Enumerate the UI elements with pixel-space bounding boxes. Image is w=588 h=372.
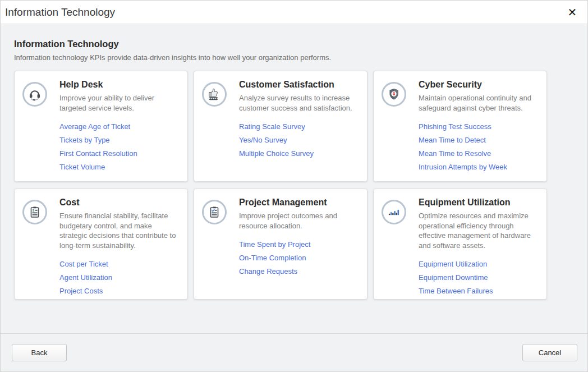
card-title: Equipment Utilization bbox=[419, 198, 539, 208]
kpi-link[interactable]: Project Costs bbox=[59, 287, 180, 295]
card-content: Cost Ensure financial stability, facilit… bbox=[59, 197, 180, 291]
svg-text:★★★★★: ★★★★★ bbox=[208, 97, 218, 100]
dialog-titlebar: Information Technology ✕ bbox=[1, 1, 587, 24]
kpi-link[interactable]: Tickets by Type bbox=[59, 136, 180, 144]
kpi-link-list: Rating Scale Survey Yes/No Survey Multip… bbox=[239, 122, 359, 158]
dialog-body: Information Technology Information techn… bbox=[1, 24, 587, 333]
kpi-link[interactable]: Equipment Downtime bbox=[419, 273, 539, 282]
clipboard-check-icon bbox=[202, 200, 227, 224]
page-subtitle: Information technology KPIs provide data… bbox=[14, 53, 574, 62]
card-content: Customer Satisfaction Analyze survey res… bbox=[239, 79, 359, 173]
dialog-title: Information Technology bbox=[5, 6, 115, 19]
kpi-link[interactable]: On-Time Completion bbox=[239, 254, 359, 262]
kpi-link[interactable]: Time Between Failures bbox=[419, 287, 539, 295]
card-description: Improve your ability to deliver targeted… bbox=[59, 93, 180, 113]
kpi-link[interactable]: Ticket Volume bbox=[59, 163, 180, 171]
card-title: Cyber Security bbox=[419, 80, 539, 90]
kpi-link-list: Time Spent by Project On-Time Completion… bbox=[239, 240, 359, 275]
bar-chart-icon bbox=[382, 200, 406, 224]
headset-icon bbox=[22, 82, 47, 107]
card-help-desk: Help Desk Improve your ability to delive… bbox=[14, 71, 188, 182]
kpi-card-grid: Help Desk Improve your ability to delive… bbox=[14, 71, 574, 300]
card-project-management: Project Management Improve project outco… bbox=[194, 189, 368, 300]
close-icon[interactable]: ✕ bbox=[565, 5, 580, 20]
kpi-link[interactable]: Yes/No Survey bbox=[239, 136, 359, 144]
card-equipment-utilization: Equipment Utilization Optimize resources… bbox=[373, 189, 547, 300]
kpi-link[interactable]: Change Requests bbox=[239, 267, 359, 275]
shield-lock-icon bbox=[382, 82, 406, 107]
kpi-link[interactable]: Phishing Test Success bbox=[419, 122, 539, 131]
card-content: Help Desk Improve your ability to delive… bbox=[59, 79, 180, 173]
card-description: Maintain operational continuity and safe… bbox=[419, 93, 539, 113]
card-content: Cyber Security Maintain operational cont… bbox=[419, 79, 539, 173]
card-description: Optimize resources and maximize operatio… bbox=[419, 211, 539, 250]
kpi-link[interactable]: Multiple Choice Survey bbox=[239, 149, 359, 158]
card-description: Ensure financial stability, facilitate b… bbox=[59, 211, 180, 250]
kpi-link[interactable]: Agent Utilization bbox=[59, 273, 180, 282]
card-title: Help Desk bbox=[59, 80, 180, 90]
card-content: Equipment Utilization Optimize resources… bbox=[419, 197, 539, 291]
kpi-link[interactable]: Cost per Ticket bbox=[59, 260, 180, 268]
cancel-button[interactable]: Cancel bbox=[522, 344, 577, 361]
kpi-link-list: Cost per Ticket Agent Utilization Projec… bbox=[59, 260, 180, 295]
kpi-link[interactable]: Equipment Utilization bbox=[419, 260, 539, 268]
card-content: Project Management Improve project outco… bbox=[239, 197, 359, 291]
thumbs-up-rating-icon: ★★★★★ bbox=[202, 82, 227, 107]
kpi-link[interactable]: Mean Time to Detect bbox=[419, 136, 539, 144]
kpi-link[interactable]: Average Age of Ticket bbox=[59, 122, 180, 131]
kpi-link[interactable]: Intrusion Attempts by Week bbox=[419, 163, 539, 171]
kpi-link-list: Phishing Test Success Mean Time to Detec… bbox=[419, 122, 539, 171]
card-description: Improve project outcomes and resource al… bbox=[239, 211, 359, 231]
kpi-link-list: Equipment Utilization Equipment Downtime… bbox=[419, 260, 539, 295]
card-cyber-security: Cyber Security Maintain operational cont… bbox=[373, 71, 547, 182]
card-title: Customer Satisfaction bbox=[239, 80, 359, 90]
kpi-link-list: Average Age of Ticket Tickets by Type Fi… bbox=[59, 122, 180, 171]
information-technology-dialog: Information Technology ✕ Information Tec… bbox=[0, 0, 588, 372]
dialog-footer: Back Cancel bbox=[1, 333, 587, 371]
page-title: Information Technology bbox=[14, 39, 574, 49]
card-title: Cost bbox=[59, 198, 180, 208]
card-customer-satisfaction: ★★★★★ Customer Satisfaction Analyze surv… bbox=[194, 71, 368, 182]
card-cost: $ Cost Ensure financial stability, facil… bbox=[14, 189, 188, 300]
kpi-link[interactable]: First Contact Resolution bbox=[59, 149, 180, 158]
back-button[interactable]: Back bbox=[12, 344, 67, 361]
card-title: Project Management bbox=[239, 198, 359, 208]
kpi-link[interactable]: Rating Scale Survey bbox=[239, 122, 359, 131]
cost-clipboard-icon: $ bbox=[22, 200, 47, 224]
kpi-link[interactable]: Time Spent by Project bbox=[239, 240, 359, 249]
card-description: Analyze survey results to increase custo… bbox=[239, 93, 359, 113]
kpi-link[interactable]: Mean Time to Resolve bbox=[419, 149, 539, 158]
